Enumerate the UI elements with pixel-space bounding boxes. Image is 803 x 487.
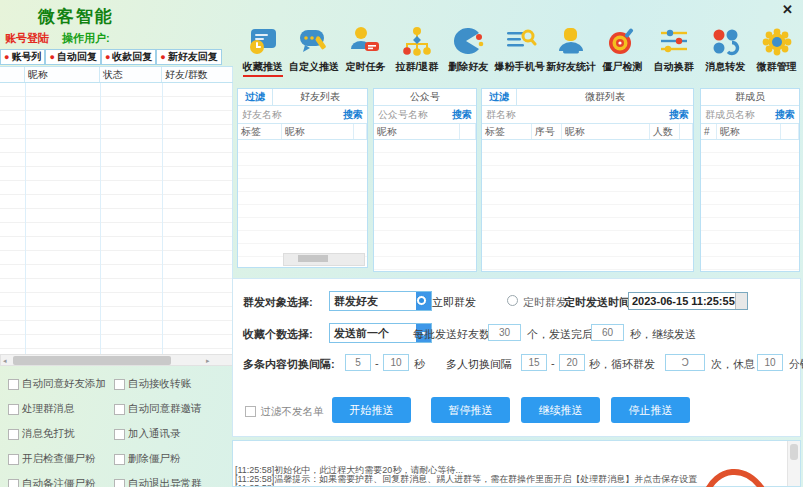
- toolbar-item-phone-fans[interactable]: 爆粉手机号: [494, 26, 545, 77]
- loop-count-input[interactable]: [665, 354, 705, 371]
- filter-blacklist-checkbox[interactable]: [245, 406, 256, 417]
- pause-push-button[interactable]: 暂停推送: [431, 397, 510, 423]
- radio-send-now[interactable]: [416, 295, 427, 306]
- batch-count-input[interactable]: [488, 324, 521, 341]
- toolbar-item-pull-group[interactable]: 拉群/退群: [391, 26, 442, 77]
- option-auto-exit-abnormal-group[interactable]: 自动退出异常群: [114, 477, 232, 487]
- option-label: 删除僵尸粉: [128, 452, 181, 466]
- column-divider: [25, 83, 26, 354]
- scroll-left-icon[interactable]: ◂: [3, 355, 7, 366]
- checkbox[interactable]: [8, 429, 19, 440]
- toolbar-label: 微群管理: [757, 60, 797, 75]
- option-auto-accept-friend[interactable]: 自动同意好友添加: [8, 377, 114, 391]
- groups-list-body[interactable]: [482, 140, 693, 271]
- official-panel: 公众号 公众号名称 搜索 昵称: [373, 88, 477, 272]
- members-search-button[interactable]: 搜索: [775, 108, 795, 122]
- toolbar-item-auto-switch-group[interactable]: 自动换群: [648, 26, 699, 77]
- option-remark-zombie-fans[interactable]: 自动备注僵尸粉: [8, 477, 114, 487]
- groups-search-row: 群名称 搜索: [482, 106, 693, 124]
- option-auto-accept-group-invite[interactable]: 自动同意群邀请: [114, 402, 232, 416]
- content-interval-label: 多条内容切换间隔:: [243, 357, 335, 372]
- checkbox[interactable]: [8, 379, 19, 390]
- toolbar-item-custom-push[interactable]: 自定义推送: [288, 26, 339, 77]
- person-interval-from-input[interactable]: [521, 354, 547, 371]
- official-list-body[interactable]: [374, 140, 476, 271]
- sleep-minutes-input[interactable]: [757, 354, 783, 371]
- filter-blacklist-label: 过滤不发名单: [260, 405, 323, 417]
- groups-search-button[interactable]: 搜索: [669, 108, 689, 122]
- radio-send-timed[interactable]: [507, 295, 518, 306]
- tab-account-list[interactable]: ●账号列: [0, 49, 45, 65]
- filter-blacklist-option[interactable]: 过滤不发名单: [245, 401, 323, 419]
- toolbar-label: 新好友统计: [546, 60, 596, 75]
- option-handle-group-message[interactable]: 处理群消息: [8, 402, 114, 416]
- phone-fans-icon: [503, 26, 537, 56]
- col-count: 人数: [650, 124, 680, 139]
- content-interval-to-input[interactable]: [383, 354, 409, 371]
- datetime-value: 2023-06-15 11:25:55: [629, 295, 735, 307]
- tab-auto-reply[interactable]: ●自动回复: [45, 49, 100, 65]
- friends-filter-link[interactable]: 过滤: [238, 89, 273, 105]
- close-icon[interactable]: ✕: [782, 2, 793, 17]
- checkbox[interactable]: [114, 404, 125, 415]
- collect-select-value: 发送前一个: [330, 326, 416, 341]
- account-table: 昵称 状态 好友/群数 ◂ ▸: [0, 66, 233, 366]
- datetime-picker-button[interactable]: [735, 293, 747, 309]
- members-panel-title: 群成员: [701, 90, 799, 104]
- start-push-button[interactable]: 开始推送: [332, 397, 411, 423]
- checkbox[interactable]: [8, 454, 19, 465]
- rest-seconds-input[interactable]: [591, 324, 624, 341]
- option-delete-zombie-fans[interactable]: 删除僵尸粉: [114, 452, 232, 466]
- account-login-label[interactable]: 账号登陆: [5, 31, 49, 46]
- checkbox[interactable]: [8, 479, 19, 487]
- stop-push-button[interactable]: 停止推送: [611, 397, 690, 423]
- friends-search-input[interactable]: 好友名称: [242, 108, 343, 122]
- friends-list-body[interactable]: [238, 140, 367, 267]
- scrollbar-thumb[interactable]: [790, 444, 798, 460]
- official-search-input[interactable]: 公众号名称: [378, 108, 452, 122]
- toolbar-item-favorite-push[interactable]: 收藏推送: [237, 26, 288, 77]
- checkbox[interactable]: [8, 404, 19, 415]
- resume-push-button[interactable]: 继续推送: [521, 397, 600, 423]
- radio-send-timed-label[interactable]: 定时群发: [523, 295, 567, 310]
- toolbar-item-timed-task[interactable]: 定时任务: [340, 26, 391, 77]
- friends-hscrollbar[interactable]: [283, 253, 365, 266]
- toolbar-item-zombie-check[interactable]: 僵尸检测: [597, 26, 648, 77]
- loop-unit-label: 次，休息: [711, 357, 755, 372]
- groups-search-input[interactable]: 群名称: [486, 108, 669, 122]
- friends-search-button[interactable]: 搜索: [343, 108, 363, 122]
- timed-send-datetime-input[interactable]: 2023-06-15 11:25:55: [628, 292, 748, 310]
- checkbox[interactable]: [114, 379, 125, 390]
- option-check-zombie-fans[interactable]: 开启检查僵尸粉: [8, 452, 114, 466]
- members-list-body[interactable]: [701, 140, 799, 271]
- groups-filter-link[interactable]: 过滤: [482, 89, 517, 105]
- option-join-contacts[interactable]: 加入通讯录: [114, 427, 232, 441]
- account-table-body[interactable]: [0, 83, 233, 354]
- toolbar-item-delete-friend[interactable]: 删除好友: [443, 26, 494, 77]
- col-blank: [680, 124, 693, 139]
- content-interval-from-input[interactable]: [345, 354, 371, 371]
- toolbar-item-message-forward[interactable]: 消息转发: [700, 26, 751, 77]
- account-table-hscrollbar[interactable]: ◂ ▸: [0, 354, 233, 366]
- scrollbar-thumb[interactable]: [13, 356, 171, 365]
- col-nickname: 昵称: [374, 124, 460, 139]
- checkbox[interactable]: [114, 454, 125, 465]
- members-search-input[interactable]: 群成员名称: [705, 108, 775, 122]
- radio-send-now-label[interactable]: 立即群发: [432, 295, 476, 310]
- tab-payment-reply[interactable]: ●收款回复: [101, 49, 156, 65]
- official-search-button[interactable]: 搜索: [452, 108, 472, 122]
- option-mute-message[interactable]: 消息免打扰: [8, 427, 114, 441]
- members-columns: # 昵称: [701, 124, 799, 140]
- toolbar-item-group-manage[interactable]: 微群管理: [751, 26, 802, 77]
- scrollbar-thumb[interactable]: [298, 255, 328, 262]
- message-forward-icon: [708, 26, 742, 56]
- official-panel-header: 公众号: [374, 89, 476, 106]
- option-auto-receive-transfer[interactable]: 自动接收转账: [114, 377, 232, 391]
- person-interval-to-input[interactable]: [559, 354, 585, 371]
- toolbar-item-new-friend-stats[interactable]: 新好友统计: [545, 26, 596, 77]
- checkbox[interactable]: [114, 479, 125, 487]
- person-interval-label: 多人切换间隔: [446, 357, 512, 372]
- scroll-right-icon[interactable]: ▸: [206, 355, 210, 366]
- tab-new-friend-reply[interactable]: ●新好友回复: [156, 49, 221, 65]
- checkbox[interactable]: [114, 429, 125, 440]
